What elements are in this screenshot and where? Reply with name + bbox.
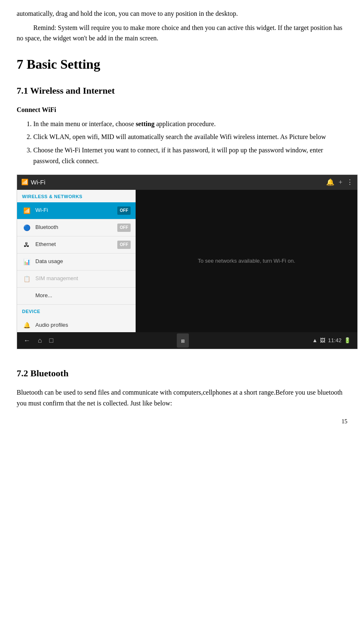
recent-icon[interactable]: □ — [50, 335, 54, 346]
titlebar-title: Wi-Fi — [31, 177, 326, 187]
notification-icon: 🔔 — [326, 177, 334, 188]
audio-icon: 🔔 — [22, 321, 31, 330]
navbar-center-label: ⊞ — [181, 338, 185, 343]
ethernet-label: Ethernet — [35, 240, 117, 249]
ethernet-item[interactable]: 🖧 Ethernet OFF — [17, 236, 136, 254]
navbar-center-app: ⊞ — [177, 333, 189, 348]
audio-profiles-item[interactable]: 🔔 Audio profiles — [17, 317, 136, 332]
no-wifi-message: To see networks available, turn Wi-Fi on… — [198, 257, 295, 266]
navbar-right: ▲ 🖼 11:42 🔋 — [312, 336, 351, 345]
wifi-toggle[interactable]: OFF — [117, 206, 131, 215]
audio-label: Audio profiles — [35, 321, 131, 330]
android-navbar: ← ⌂ □ ⊞ ▲ 🖼 11:42 🔋 — [17, 332, 357, 349]
section71-title: 7.1 Wireless and Internet — [17, 83, 347, 98]
settings-right-panel: To see networks available, turn Wi-Fi on… — [136, 190, 357, 332]
step-3: Choose the Wi-Fi Internet you want to co… — [33, 145, 347, 166]
device-header: DEVICE — [17, 305, 136, 317]
bluetooth-toggle[interactable]: OFF — [117, 224, 131, 232]
section72-title: 7.2 Bluetooth — [17, 366, 347, 380]
step-2: Click WLAN, open wifi, MID will automati… — [33, 132, 347, 142]
wifi-screenshot: 📶 Wi-Fi 🔔 + ⋮ WIRELESS & NETWORKS 📶 Wi-F… — [17, 174, 358, 349]
android-content: WIRELESS & NETWORKS 📶 Wi-Fi OFF 🔵 Blueto… — [17, 190, 357, 332]
more-item[interactable]: More... — [17, 288, 136, 305]
home-icon[interactable]: ⌂ — [38, 335, 42, 346]
steps-list: In the main menu or interface, choose se… — [33, 119, 347, 166]
android-titlebar: 📶 Wi-Fi 🔔 + ⋮ — [17, 175, 357, 190]
ethernet-icon: 🖧 — [22, 240, 31, 249]
android-screen: 📶 Wi-Fi 🔔 + ⋮ WIRELESS & NETWORKS 📶 Wi-F… — [17, 175, 357, 349]
wifi-item[interactable]: 📶 Wi-Fi OFF — [17, 202, 136, 219]
sim-label: SIM management — [35, 274, 131, 283]
setting-bold: setting — [136, 120, 154, 127]
step-1: In the main menu or interface, choose se… — [33, 119, 347, 129]
time-display: 11:42 — [328, 336, 342, 345]
battery-status-icon: 🔋 — [344, 336, 351, 345]
bluetooth-item[interactable]: 🔵 Bluetooth OFF — [17, 219, 136, 236]
wireless-networks-header: WIRELESS & NETWORKS — [17, 190, 136, 202]
page-number: 15 — [17, 417, 347, 426]
more-label: More... — [35, 291, 131, 300]
intro-line1: automatically, drag and hold the icon, y… — [17, 8, 347, 19]
signal-icon: ▲ — [312, 336, 318, 345]
navbar-left: ← ⌂ □ — [24, 335, 53, 346]
data-usage-label: Data usage — [35, 257, 131, 266]
wifi-setting-icon: 📶 — [22, 206, 31, 215]
section-72: 7.2 Bluetooth Bluetooth can be used to s… — [17, 366, 347, 408]
connect-wifi-label: Connect WiFi — [17, 104, 347, 115]
ethernet-toggle[interactable]: OFF — [117, 241, 131, 249]
menu-icon: ⋮ — [347, 177, 353, 188]
sim-icon: 📋 — [22, 274, 31, 283]
sim-management-item: 📋 SIM management — [17, 271, 136, 288]
wifi-icon: 📶 — [21, 178, 28, 187]
more-icon — [22, 291, 31, 301]
remind-text: Remind: System will require you to make … — [17, 22, 347, 44]
titlebar-icons: 🔔 + ⋮ — [326, 177, 353, 188]
wifi-label: Wi-Fi — [35, 206, 117, 215]
bluetooth-label: Bluetooth — [35, 223, 117, 232]
data-usage-item[interactable]: 📊 Data usage — [17, 254, 136, 271]
data-usage-icon: 📊 — [22, 257, 31, 266]
back-icon[interactable]: ← — [24, 335, 30, 346]
section7-title: 7 Basic Setting — [17, 54, 347, 75]
add-icon: + — [339, 177, 342, 188]
camera-icon: 🖼 — [320, 336, 325, 345]
bluetooth-icon: 🔵 — [22, 223, 31, 232]
section72-text: Bluetooth can be used to send files and … — [17, 387, 347, 408]
settings-sidebar: WIRELESS & NETWORKS 📶 Wi-Fi OFF 🔵 Blueto… — [17, 190, 136, 332]
